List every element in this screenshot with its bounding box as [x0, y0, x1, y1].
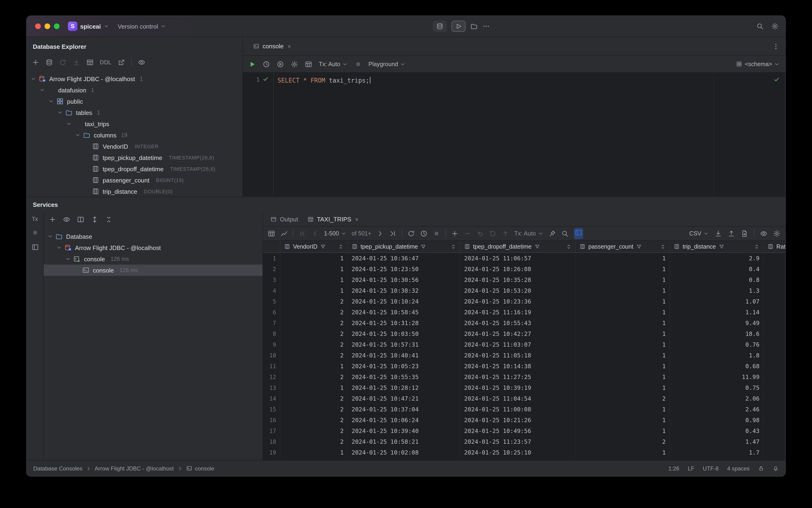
tree-item[interactable]: passenger_countBIGINT(19): [27, 174, 242, 186]
table-row[interactable]: 522024-01-25 10:10:242024-01-25 10:23:36…: [263, 296, 785, 307]
cell[interactable]: 2.9: [670, 253, 764, 264]
cell[interactable]: 0.4: [670, 264, 764, 274]
cell[interactable]: 1: [280, 253, 348, 264]
cell[interactable]: [764, 253, 785, 264]
cell[interactable]: 1: [576, 339, 670, 350]
grid-settings-icon[interactable]: [773, 229, 780, 237]
cell[interactable]: 1.8: [670, 350, 764, 361]
cell[interactable]: 2024-01-25 10:23:36: [460, 296, 576, 307]
tree-item[interactable]: Arrow Flight JDBC - @localhost1: [27, 73, 242, 84]
schema-switcher[interactable]: <schema>: [736, 61, 780, 67]
chevron-down-icon[interactable]: [65, 256, 71, 262]
settings-icon[interactable]: [771, 23, 779, 30]
filter-icon[interactable]: [535, 244, 540, 249]
cell[interactable]: 2: [280, 307, 348, 318]
cell[interactable]: 1: [576, 447, 670, 458]
tab-options-icon[interactable]: [772, 42, 780, 50]
column-header[interactable]: VendorID: [280, 241, 348, 252]
cell[interactable]: 1: [576, 274, 670, 285]
service-item[interactable]: console126 ms: [44, 264, 263, 276]
cell[interactable]: 1: [280, 285, 348, 296]
caret-position[interactable]: 1:26: [668, 465, 679, 472]
editor-body[interactable]: 1 SELECT * FROM taxi_trips;: [243, 73, 785, 197]
cell[interactable]: 1: [576, 285, 670, 296]
cell[interactable]: 18.6: [670, 328, 764, 339]
more-actions-icon[interactable]: [482, 23, 490, 30]
cell[interactable]: 2024-01-25 10:40:41: [348, 350, 460, 361]
stop-icon[interactable]: [354, 60, 362, 68]
chevron-down-icon[interactable]: [66, 121, 72, 127]
cell[interactable]: 1: [280, 361, 348, 372]
cell[interactable]: [764, 372, 785, 382]
find-icon[interactable]: [561, 229, 569, 237]
add-service-icon[interactable]: [49, 216, 56, 223]
table-row[interactable]: 1022024-01-25 10:40:412024-01-25 11:05:1…: [263, 350, 785, 361]
cell[interactable]: 2: [280, 328, 348, 339]
cell[interactable]: 1: [576, 328, 670, 339]
tab-output[interactable]: Output: [266, 212, 303, 226]
cell[interactable]: [764, 339, 785, 350]
cell[interactable]: 2024-01-25 10:55:35: [348, 372, 460, 382]
cell[interactable]: [764, 436, 785, 447]
cell[interactable]: 2024-01-25 11:06:57: [460, 253, 576, 264]
export-data-icon[interactable]: [715, 229, 722, 237]
cell[interactable]: 2: [280, 350, 348, 361]
column-header[interactable]: Rate: [764, 241, 785, 252]
cell[interactable]: 0.75: [670, 382, 764, 393]
next-page-icon[interactable]: [376, 229, 384, 237]
cell[interactable]: 2024-01-25 10:06:24: [348, 415, 460, 425]
cell[interactable]: 2024-01-25 10:47:21: [348, 393, 460, 404]
cell[interactable]: [764, 307, 785, 318]
submit-icon[interactable]: [502, 229, 509, 237]
cell[interactable]: 2024-01-25 10:28:12: [348, 382, 460, 393]
delete-row-icon[interactable]: [464, 229, 471, 237]
import-data-icon[interactable]: [728, 229, 735, 237]
chevron-down-icon[interactable]: [56, 245, 62, 251]
cell[interactable]: 2024-01-25 10:58:45: [348, 307, 460, 318]
sort-icon[interactable]: [660, 244, 666, 249]
cell[interactable]: 0.68: [670, 361, 764, 372]
cell[interactable]: 2: [280, 415, 348, 425]
expand-all-icon[interactable]: [91, 216, 98, 223]
cell[interactable]: [764, 404, 785, 415]
cell[interactable]: 2024-01-25 10:39:40: [348, 425, 460, 436]
cell[interactable]: 2024-01-25 10:05:23: [348, 361, 460, 372]
file-encoding[interactable]: UTF-8: [703, 465, 719, 472]
cell[interactable]: [764, 382, 785, 393]
cell[interactable]: 1: [576, 382, 670, 393]
cell[interactable]: [764, 274, 785, 285]
table-row[interactable]: 1112024-01-25 10:05:232024-01-25 10:14:3…: [263, 361, 785, 372]
cell[interactable]: 2: [280, 404, 348, 415]
cell[interactable]: 2: [576, 393, 670, 404]
cell[interactable]: [764, 296, 785, 307]
cell[interactable]: 1: [576, 425, 670, 436]
filter-icon[interactable]: [421, 244, 426, 249]
cell[interactable]: 2: [280, 296, 348, 307]
tree-item[interactable]: trip_distanceDOUBLE(0): [27, 186, 242, 197]
collapse-all-icon[interactable]: [105, 216, 112, 223]
tx-stripe-button[interactable]: Tx: [32, 216, 38, 222]
close-window-button[interactable]: [35, 24, 41, 29]
reload-icon[interactable]: [407, 229, 415, 237]
cell[interactable]: 0.98: [670, 415, 764, 425]
cell[interactable]: 2024-01-25 10:55:43: [460, 318, 576, 328]
cell[interactable]: 2024-01-25 11:23:57: [460, 436, 576, 447]
cell[interactable]: 2024-01-25 10:25:10: [460, 447, 576, 458]
table-row[interactable]: 1622024-01-25 10:06:242024-01-25 10:21:2…: [263, 415, 785, 425]
cell[interactable]: 2024-01-25 10:10:24: [348, 296, 460, 307]
cell[interactable]: 2024-01-25 10:42:27: [460, 328, 576, 339]
chevron-down-icon[interactable]: [57, 110, 63, 115]
filter-icon[interactable]: [636, 244, 642, 249]
cell[interactable]: 11.99: [670, 372, 764, 382]
cell[interactable]: 2: [576, 436, 670, 447]
cell[interactable]: [764, 285, 785, 296]
table-row[interactable]: 312024-01-25 10:30:562024-01-25 10:35:28…: [263, 274, 785, 285]
cell[interactable]: 2024-01-25 10:58:21: [348, 436, 460, 447]
add-datasource-icon[interactable]: [32, 59, 39, 66]
table-row[interactable]: 822024-01-25 10:03:502024-01-25 10:42:27…: [263, 328, 785, 339]
stop-icon[interactable]: [433, 229, 440, 237]
ddl-button[interactable]: DDL: [100, 59, 111, 66]
cell[interactable]: 2024-01-25 11:05:18: [460, 350, 576, 361]
tree-item[interactable]: tpep_dropoff_datetimeTIMESTAMP(26,6): [27, 163, 242, 174]
tree-item[interactable]: columns19: [27, 129, 242, 141]
